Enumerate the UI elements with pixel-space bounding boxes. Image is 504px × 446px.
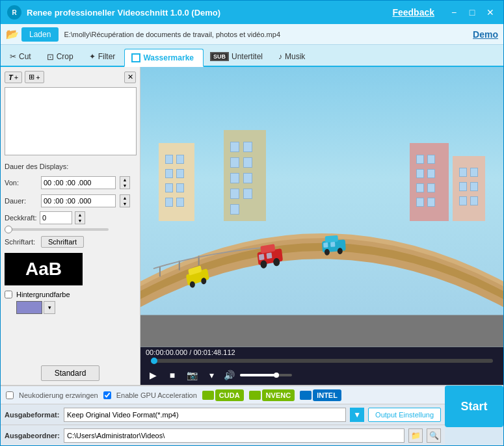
screenshot-button[interactable]: 📷 [185,368,199,382]
bg-color-label: Hintergrundfarbe [16,291,70,298]
format-input[interactable] [64,408,346,422]
neukodierung-label: Neukodierung erzwingen [19,391,98,399]
deckkraft-row: Deckkraft: ▲ ▼ [5,211,136,224]
video-area [140,67,503,347]
tab-musik[interactable]: ♪ Musik [272,47,314,66]
add-text-button[interactable]: T + [5,72,22,83]
volume-thumb [274,373,279,378]
play-button[interactable]: ▶ [146,368,160,382]
dauer-up[interactable]: ▲ [120,195,129,201]
progress-bar[interactable] [151,359,493,363]
standard-button[interactable]: Standard [41,365,100,381]
von-label: Von: [5,179,37,187]
output-settings-button[interactable]: Output Einstellung [368,408,441,422]
nvidia-logo-1 [202,391,214,400]
remove-watermark-button[interactable]: ✕ [124,72,136,83]
font-preview-text: AaB [25,259,62,280]
app-title: Renee professioneller Videoschnitt 1.0.0… [27,8,392,18]
gpu-bar: Neukodierung erzwingen Enable GPU Accele… [1,386,445,404]
deckkraft-up[interactable]: ▲ [75,212,85,218]
intel-badge: INTEL [313,389,341,401]
app-window: R Renee professioneller Videoschnitt 1.0… [0,0,504,446]
tab-filter[interactable]: ✦ Filter [83,47,125,66]
app-logo: R [7,5,21,20]
screenshot-dropdown[interactable]: ▾ [204,368,219,382]
von-spinner: ▲ ▼ [120,176,130,189]
progress-area [140,358,503,365]
ausgabeordner-label: Ausgabeordner: [5,432,60,439]
svg-rect-13 [323,243,328,248]
wassermarke-icon [131,53,140,62]
video-canvas [140,67,503,347]
bridge-svg [140,123,503,347]
volume-icon: 🔊 [224,370,235,380]
close-button[interactable]: ✕ [484,7,497,18]
gpu-acceleration-checkbox[interactable] [103,391,111,399]
svg-rect-14 [330,242,335,247]
color-dropdown-button[interactable]: ▾ [44,301,55,314]
watermark-preview [5,87,137,155]
color-swatch[interactable] [16,301,42,314]
von-input[interactable] [41,176,116,189]
total-time: 00:01:48.112 [193,348,235,356]
neukodierung-checkbox[interactable] [6,391,14,399]
tab-untertitel[interactable]: SUB Untertitel [204,47,272,66]
dauer-input[interactable] [41,194,116,207]
tab-cut-label: Cut [19,52,31,61]
tab-cut[interactable]: ✂ Cut [3,47,40,66]
folder-icon: 📁 [411,431,421,440]
crop-icon: ⊡ [47,52,54,62]
maximize-button[interactable]: □ [466,7,479,18]
nvenc-badge: NVENC [262,389,295,401]
add-image-button[interactable]: ⊞ + [25,71,44,83]
svg-rect-10 [325,235,338,243]
folder-path-display: C:\Users\Administrator\Videos\ [64,428,405,443]
von-up[interactable]: ▲ [120,177,129,183]
dauer-row: Dauer: ▲ ▼ [5,194,136,207]
load-button[interactable]: Laden [21,27,59,42]
dauer-label: Dauer: [5,197,37,205]
volume-slider[interactable] [240,374,292,376]
format-dropdown-button[interactable]: ▼ [350,408,364,422]
cut-icon: ✂ [10,52,16,61]
schriftart-label: Schriftart: [5,238,37,246]
deckkraft-input[interactable] [40,211,72,224]
schriftart-button[interactable]: Schriftart [41,236,84,248]
tab-wassermarke[interactable]: Wassermarke [124,49,204,67]
minimize-button[interactable]: − [447,7,460,18]
deckkraft-down[interactable]: ▼ [75,218,85,224]
left-panel: T + ⊞ + ✕ Dauer des Displays: Von: [1,67,140,385]
tab-crop-label: Crop [57,52,73,61]
ausgabeformat-label: Ausgabeformat: [5,411,60,419]
musik-icon: ♪ [278,52,282,61]
dauer-down[interactable]: ▼ [120,201,129,207]
file-toolbar: 📂 Laden E:\molly\Récupération de documen… [1,24,503,45]
untertitel-icon: SUB [210,52,229,61]
stop-button[interactable]: ■ [165,368,179,382]
opacity-slider[interactable] [5,228,109,231]
bg-color-checkbox[interactable] [5,291,12,298]
output-format-bar: Ausgabeformat: ▼ Output Einstellung [1,404,445,425]
add-image-label: + [36,73,40,81]
tab-musik-label: Musik [285,52,305,61]
feedback-link[interactable]: Feedback [392,7,434,18]
folder-search-button[interactable]: 🔍 [427,428,441,443]
display-duration-section: Dauer des Displays: [5,162,136,171]
von-down[interactable]: ▼ [120,183,129,189]
volume-fill [240,374,276,376]
start-button[interactable]: Start [445,386,503,427]
bottom-section: Neukodierung erzwingen Enable GPU Accele… [1,385,503,445]
close-icon: ✕ [127,73,133,81]
folder-browse-button[interactable]: 📁 [408,428,423,443]
intel-badge-group: INTEL [300,389,341,401]
gpu-acceleration-label: Enable GPU Acceleration [116,391,197,399]
tab-crop[interactable]: ⊡ Crop [40,47,83,66]
text-icon: T [8,73,13,81]
von-row: Von: ▲ ▼ [5,176,136,189]
dauer-spinner: ▲ ▼ [120,194,130,207]
titlebar: R Renee professioneller Videoschnitt 1.0… [1,1,503,24]
demo-label: Demo [473,29,498,40]
tab-bar: ✂ Cut ⊡ Crop ✦ Filter Wassermarke SUB Un… [1,45,503,67]
svg-rect-8 [267,253,272,259]
video-panel: 00:00:00.000 / 00:01:48.112 ▶ ■ 📷 [140,67,503,385]
